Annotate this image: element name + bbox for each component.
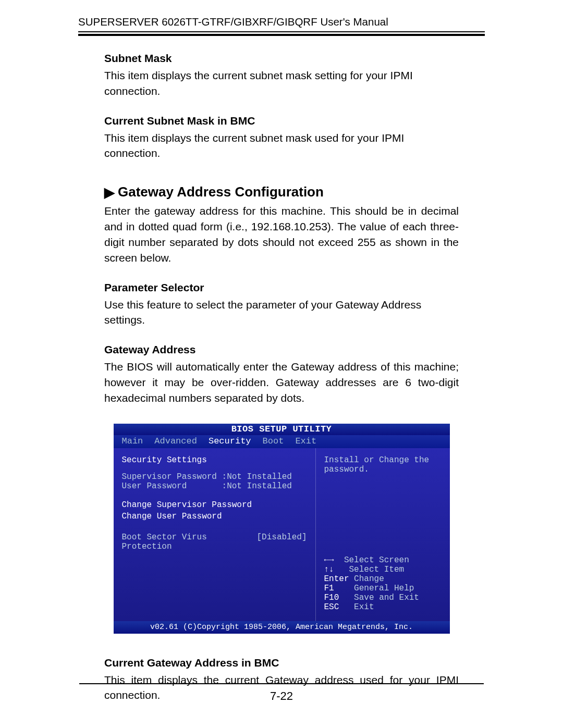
bios-key-arrows-h: ←→ — [324, 556, 334, 565]
current-gateway-bmc-title: Current Gateway Address in BMC — [104, 657, 459, 669]
bios-key-f1: F1 — [324, 584, 334, 593]
bios-boot-sector-row[interactable]: Boot Sector Virus Protection [Disabled] — [122, 533, 307, 551]
bios-key-arrows-v: ↑↓ — [324, 565, 334, 574]
bios-key-legend: ←→ Select Screen ↑↓ Select Item Enter Ch… — [324, 556, 442, 612]
bios-help-text: Install or Change the password. — [324, 455, 442, 474]
page-number: 7-22 — [79, 689, 484, 703]
bios-supervisor-pw: Supervisor Password :Not Installed — [122, 472, 307, 482]
page-footer: 7-22 — [79, 683, 484, 703]
bios-tab-advanced[interactable]: Advanced — [154, 436, 197, 446]
bios-help-line2: password. — [324, 465, 442, 474]
gateway-config-body: Enter the gateway address for this machi… — [104, 203, 459, 265]
gateway-config-heading: ▶ Gateway Address Configuration — [104, 184, 459, 200]
bios-key-select-screen: Select Screen — [334, 556, 409, 565]
bios-tab-exit[interactable]: Exit — [295, 436, 316, 446]
header-rule — [78, 31, 485, 36]
subnet-mask-title: Subnet Mask — [104, 52, 459, 65]
bios-user-pw: User Password :Not Installed — [122, 482, 307, 491]
page: SUPERSERVER 6026TT-GTRF/GIBXRF/GIBQRF Us… — [0, 0, 563, 728]
triangle-right-icon: ▶ — [104, 186, 115, 199]
bios-body: Security Settings Supervisor Password :N… — [114, 448, 450, 621]
bios-tab-security[interactable]: Security — [209, 436, 251, 446]
bios-key-change: Change — [349, 574, 384, 584]
bios-key-exit: Exit — [339, 602, 374, 612]
gateway-config-title: Gateway Address Configuration — [118, 184, 324, 200]
bios-tab-main[interactable]: Main — [122, 436, 143, 446]
bios-tab-bar: Main Advanced Security Boot Exit — [114, 435, 450, 448]
bios-setup-screenshot: BIOS SETUP UTILITY Main Advanced Securit… — [114, 424, 450, 634]
bios-help-line1: Install or Change the — [324, 455, 442, 465]
bios-key-f10: F10 — [324, 593, 339, 602]
bios-right-panel: Install or Change the password. ←→ Selec… — [316, 448, 450, 621]
gateway-address-body: The BIOS will automatically enter the Ga… — [104, 359, 459, 405]
current-subnet-mask-bmc-title: Current Subnet Mask in BMC — [104, 115, 459, 127]
gateway-address-title: Gateway Address — [104, 343, 459, 356]
current-subnet-mask-bmc-body: This item displays the current subnet ma… — [104, 130, 459, 162]
bios-tab-boot[interactable]: Boot — [263, 436, 284, 446]
bios-left-panel: Security Settings Supervisor Password :N… — [114, 448, 316, 621]
bios-key-enter: Enter — [324, 574, 349, 584]
bios-key-select-item: Select Item — [334, 565, 404, 574]
bios-footer: v02.61 (C)Copyright 1985-2006, American … — [114, 621, 450, 634]
bios-change-user[interactable]: Change User Password — [122, 512, 307, 521]
bios-key-esc: ESC — [324, 602, 339, 612]
bios-key-save-exit: Save and Exit — [339, 593, 419, 602]
bios-section-heading: Security Settings — [122, 455, 307, 465]
doc-header: SUPERSERVER 6026TT-GTRF/GIBXRF/GIBQRF Us… — [78, 16, 485, 31]
bios-change-supervisor[interactable]: Change Supervisor Password — [122, 500, 307, 510]
content-area: SUPERSERVER 6026TT-GTRF/GIBXRF/GIBQRF Us… — [78, 16, 485, 728]
parameter-selector-body: Use this feature to select the parameter… — [104, 297, 459, 328]
bios-boot-sector-label: Boot Sector Virus Protection — [122, 533, 248, 551]
bios-key-general-help: General Help — [334, 584, 414, 593]
bios-boot-sector-value: [Disabled] — [256, 533, 307, 551]
footer-rule — [79, 683, 484, 684]
subnet-mask-body: This item displays the current subnet ma… — [104, 68, 459, 99]
body-inner: Subnet Mask This item displays the curre… — [78, 52, 485, 703]
bios-title: BIOS SETUP UTILITY — [114, 424, 450, 435]
parameter-selector-title: Parameter Selector — [104, 281, 459, 294]
